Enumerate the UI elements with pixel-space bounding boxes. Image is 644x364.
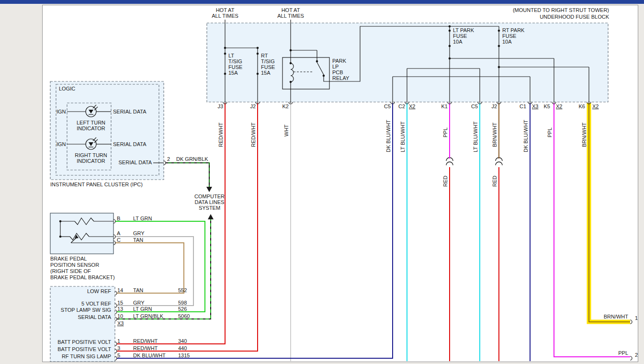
inline-connector-icon [496, 158, 502, 165]
ign-label-1: IGN [56, 109, 66, 114]
connector-id-x2-c: X2 [592, 103, 599, 109]
colored-wires [115, 103, 630, 361]
connector-circuit-number: 5060 [178, 313, 190, 319]
logic-label: LOGIC [59, 86, 75, 91]
sensor-wire-lt-grn: LT GRN [133, 216, 152, 221]
connector-wire-name: TAN [133, 287, 143, 293]
rt-park-fuse-label: RT PARK FUSE 10A [502, 27, 524, 45]
wire-label-wht: WHT [283, 125, 289, 136]
wire-label-lt-blu-wht: LT BLU/WHT [473, 122, 478, 152]
serial-data-label-3: SERIAL DATA [112, 159, 152, 165]
pin-c5-b: C5 [464, 103, 478, 109]
lt-park-fuse-label: LT PARK FUSE 10A [453, 27, 474, 45]
wire-label-brn-wht: BRN/WHT [492, 123, 497, 147]
pin-k5: K5 [537, 103, 550, 109]
wire-label-red-wht: RED/WHT [250, 123, 256, 147]
wire-tan[interactable] [115, 243, 184, 293]
connector-row-label: SERIAL DATA [50, 314, 111, 320]
connector-circuit-number: 598 [178, 300, 187, 306]
ign-label-2: IGN [56, 141, 66, 147]
connector-wire-name: LT GRN [133, 306, 152, 312]
pin-k2: K2 [275, 103, 289, 109]
wire-label-brn-wht-highlight: BRN/WHT [581, 123, 587, 147]
park-lp-relay-label: PARK LP PCB RELAY [332, 58, 349, 81]
wire-lt-grn-blk[interactable] [117, 219, 211, 319]
wire-brn-wht-k6-highlight[interactable] [589, 103, 630, 322]
diagram-stage: HOT AT ALL TIMES HOT AT ALL TIMES (MOUNT… [0, 0, 644, 364]
pin-c2: C2 [392, 103, 405, 109]
connector-circuit-number: 526 [178, 306, 187, 312]
connector-circuit-number: 1315 [178, 353, 190, 358]
pin-c1: C1 [513, 103, 526, 109]
connector-row-label: BATT POSITIVE VOLT [50, 346, 111, 352]
pin-k6: K6 [572, 103, 585, 109]
left-turn-indicator-label: LEFT TURN INDICATOR [72, 120, 110, 131]
connector-id-x2-a: X2 [409, 103, 415, 109]
up-arrow-icon [208, 214, 214, 219]
right-turn-indicator-label: RIGHT TURN INDICATOR [72, 152, 110, 164]
pin-c5-a: C5 [377, 103, 391, 109]
connector-pin-number: 1 [117, 338, 120, 344]
sensor-pin-b: B [117, 216, 120, 221]
sensor-wire-tan: TAN [133, 237, 143, 243]
connector-pin-number: 3 [117, 345, 120, 351]
connector-wire-name: DK BLU/WHT [133, 353, 166, 358]
connector-circuit-number: 440 [178, 345, 187, 351]
serial-data-label-1: SERIAL DATA [113, 109, 146, 114]
wire-label-red-wht: RED/WHT [218, 123, 224, 147]
connector-row-label: STOP LAMP SW SIG [50, 307, 111, 313]
wire-label-dk-blu-wht: DK BLU/WHT [523, 120, 529, 152]
wire-label-lt-blu-wht: LT BLU/WHT [400, 122, 406, 152]
wire-brn-wht-k6-core[interactable] [589, 103, 630, 322]
underhood-fuse-block-title: UNDERHOOD FUSE BLOCK [474, 14, 609, 20]
wire-label-ppl: PPL [442, 127, 448, 137]
connector-pin-number: 5 [117, 353, 120, 358]
connector-circuit-number: 552 [178, 287, 187, 293]
down-arrow-icon [206, 187, 212, 192]
wire-dk-grn-blk-stripe [166, 163, 209, 187]
connector-wire-name: LT GRN/BLK [133, 313, 163, 319]
brake-sensor-caption: BRAKE PEDAL POSITION SENSOR (RIGHT SIDE … [50, 256, 115, 281]
wire-label-red: RED [442, 176, 448, 187]
connector-row-label: 5 VOLT REF [50, 301, 111, 307]
wire-gry[interactable] [115, 237, 193, 306]
connector-row-label: RF TURN SIG LAMP [50, 353, 111, 359]
mounted-note: (MOUNTED TO RIGHT STRUT TOWER) [474, 7, 609, 13]
wire-label-ppl: PPL [547, 127, 553, 137]
wire-label-red: RED [492, 176, 497, 187]
right-pin-1: 1 [635, 315, 638, 321]
pin-j2-b: J2 [484, 103, 497, 109]
hot-at-all-times-left: HOT AT ALL TIMES [207, 7, 243, 19]
wire-lt-grn-blk-stripe [117, 219, 211, 319]
ipc-pin-2: 2 [167, 156, 170, 162]
ipc-caption: INSTRUMENT PANEL CLUSTER (IPC) [50, 182, 143, 187]
pin-k1: K1 [434, 103, 448, 109]
right-pin-2: 2 [635, 352, 638, 358]
pin-j3: J3 [210, 103, 223, 109]
connector-id-x2-b: X2 [556, 103, 562, 109]
connector-row-label: BATT POSITIVE VOLT [50, 339, 111, 345]
connector-pin-number: 14 [117, 287, 123, 293]
sensor-wire-gry: GRY [133, 230, 145, 236]
lt-tsig-fuse-label: LT T/SIG FUSE 15A [228, 53, 242, 76]
sensor-pin-c: C [117, 237, 121, 243]
connector-circuit-number: 340 [178, 338, 187, 344]
right-wire-label-brn-wht: BRN/WHT [590, 314, 628, 319]
wire-lt-grn[interactable] [115, 221, 205, 312]
wire-label-dk-grn-blk: DK GRN/BLK [176, 156, 208, 162]
connector-wire-name: RED/WHT [133, 338, 158, 344]
wire-label-dk-blu-wht: DK BLU/WHT [385, 120, 391, 152]
connector-wire-name: RED/WHT [133, 345, 158, 351]
sensor-pin-a: A [117, 230, 120, 236]
pin-j2-a: J2 [242, 103, 256, 109]
hot-at-all-times-right: HOT AT ALL TIMES [272, 7, 309, 19]
connector-pin-number: 10 [117, 313, 123, 319]
brake-sensor-box [50, 213, 113, 254]
wire-dk-grn-blk[interactable] [166, 163, 209, 187]
computer-data-lines-ref: COMPUTER DATA LINES SYSTEM [189, 193, 230, 211]
inline-connector-icon [446, 158, 453, 165]
rt-tsig-fuse-label: RT T/SIG FUSE 15A [261, 53, 275, 76]
connector-pin-number: 15 [117, 300, 123, 306]
connector-id-x3-lower: X3 [117, 320, 124, 326]
right-wire-label-ppl: PPL [609, 350, 628, 356]
